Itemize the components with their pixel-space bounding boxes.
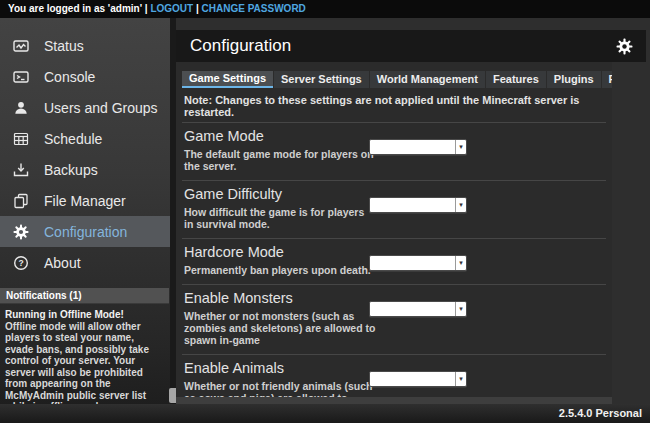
setting-row-game-difficulty: Game DifficultyHow difficult the game is… bbox=[182, 181, 606, 239]
version-label: 2.5.4.0 Personal bbox=[559, 407, 642, 419]
settings-gear-icon[interactable] bbox=[616, 37, 634, 55]
notification-item: Running in Offline Mode! Offline mode wi… bbox=[0, 304, 169, 413]
status-icon bbox=[12, 37, 29, 54]
sidebar-item-label: Status bbox=[44, 38, 84, 54]
logout-link[interactable]: LOGOUT bbox=[150, 3, 193, 14]
change-password-link[interactable]: CHANGE PASSWORD bbox=[202, 3, 306, 14]
sidebar-item-file-manager[interactable]: File Manager bbox=[0, 185, 170, 216]
setting-description: Permanently ban players upon death. bbox=[184, 264, 376, 276]
settings-list: Game ModeThe default game mode for playe… bbox=[176, 123, 612, 397]
sidebar-item-about[interactable]: ?About bbox=[0, 247, 170, 278]
tab-game-settings[interactable]: Game Settings bbox=[182, 71, 273, 88]
chevron-down-icon: ▾ bbox=[455, 140, 466, 154]
game-difficulty-select[interactable]: ▾ bbox=[369, 197, 467, 213]
select-value bbox=[370, 140, 455, 154]
sidebar-menu: StatusConsoleUsers and GroupsScheduleBac… bbox=[0, 18, 170, 278]
sidebar-item-users-and-groups[interactable]: Users and Groups bbox=[0, 92, 170, 123]
sidebar: StatusConsoleUsers and GroupsScheduleBac… bbox=[0, 18, 170, 405]
tab-world-management[interactable]: World Management bbox=[370, 71, 485, 88]
sidebar-item-label: Backups bbox=[44, 162, 98, 178]
sidebar-item-schedule[interactable]: Schedule bbox=[0, 123, 170, 154]
hardcore-mode-select[interactable]: ▾ bbox=[369, 255, 467, 271]
setting-description: Whether or not monsters (such as zombies… bbox=[184, 310, 376, 346]
logged-in-text: You are logged in as 'admin' bbox=[8, 3, 142, 14]
chevron-down-icon: ▾ bbox=[455, 372, 466, 386]
sidebar-item-label: Console bbox=[44, 69, 95, 85]
setting-row-game-mode: Game ModeThe default game mode for playe… bbox=[182, 123, 606, 181]
tab-server-settings[interactable]: Server Settings bbox=[274, 71, 369, 88]
page-title: Configuration bbox=[190, 36, 291, 56]
panel-bottom-edge bbox=[176, 397, 612, 404]
tab-bar: Game SettingsServer SettingsWorld Manage… bbox=[182, 71, 612, 88]
about-icon: ? bbox=[12, 254, 29, 271]
notification-title: Running in Offline Mode! bbox=[5, 309, 163, 321]
footer-bar: 2.5.4.0 Personal bbox=[0, 404, 650, 423]
page-header: Configuration bbox=[176, 30, 646, 62]
setting-description: The default game mode for players on the… bbox=[184, 148, 376, 172]
setting-row-enable-animals: Enable AnimalsWhether or not friendly an… bbox=[182, 355, 606, 397]
chevron-down-icon: ▾ bbox=[455, 256, 466, 270]
sidebar-item-configuration[interactable]: Configuration bbox=[0, 216, 170, 247]
separator: | bbox=[196, 3, 199, 14]
chevron-down-icon: ▾ bbox=[455, 198, 466, 212]
separator: | bbox=[145, 3, 148, 14]
enable-animals-select[interactable]: ▾ bbox=[369, 371, 467, 387]
game-mode-select[interactable]: ▾ bbox=[369, 139, 467, 155]
sidebar-item-label: Configuration bbox=[44, 224, 127, 240]
chevron-down-icon: ▾ bbox=[455, 302, 466, 316]
backups-icon bbox=[12, 161, 29, 178]
sidebar-item-console[interactable]: Console bbox=[0, 61, 170, 92]
notification-body-text: Offline mode will allow other players to… bbox=[5, 321, 163, 413]
sidebar-item-label: File Manager bbox=[44, 193, 126, 209]
sidebar-item-label: Schedule bbox=[44, 131, 102, 147]
configuration-gear-icon bbox=[12, 223, 29, 240]
console-icon bbox=[12, 68, 29, 85]
file-manager-icon bbox=[12, 192, 29, 209]
notifications-header: Notifications (1) bbox=[0, 288, 169, 304]
tab-features[interactable]: Features bbox=[486, 71, 546, 88]
login-status-bar: You are logged in as 'admin' | LOGOUT | … bbox=[0, 0, 650, 18]
sidebar-item-label: About bbox=[44, 255, 81, 271]
sidebar-item-status[interactable]: Status bbox=[0, 30, 170, 61]
select-value bbox=[370, 302, 455, 316]
tab-preferences[interactable]: Preferences bbox=[602, 71, 612, 88]
tab-plugins[interactable]: Plugins bbox=[547, 71, 601, 88]
sidebar-item-backups[interactable]: Backups bbox=[0, 154, 170, 185]
select-value bbox=[370, 372, 455, 386]
setting-row-hardcore-mode: Hardcore ModePermanently ban players upo… bbox=[182, 239, 606, 285]
setting-row-enable-monsters: Enable MonstersWhether or not monsters (… bbox=[182, 285, 606, 355]
configuration-panel: Game SettingsServer SettingsWorld Manage… bbox=[176, 62, 612, 397]
sidebar-item-label: Users and Groups bbox=[44, 100, 158, 116]
users-icon bbox=[12, 99, 29, 116]
select-value bbox=[370, 198, 455, 212]
setting-description: How difficult the game is for players in… bbox=[184, 206, 376, 230]
enable-monsters-select[interactable]: ▾ bbox=[369, 301, 467, 317]
restart-note: Note: Changes to these settings are not … bbox=[182, 91, 606, 123]
setting-description: Whether or not friendly animals (such as… bbox=[184, 380, 376, 397]
svg-text:?: ? bbox=[18, 258, 23, 268]
schedule-icon bbox=[12, 130, 29, 147]
notifications-panel: Notifications (1) Running in Offline Mod… bbox=[0, 288, 170, 413]
select-value bbox=[370, 256, 455, 270]
